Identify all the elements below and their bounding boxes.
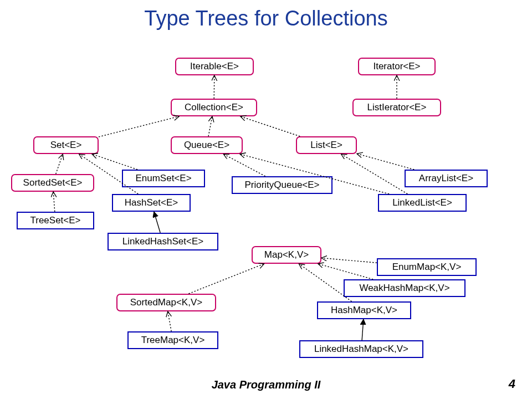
- node-treemap: TreeMap<K,V>: [127, 331, 218, 349]
- edge-set-to-collection: [99, 116, 179, 137]
- node-sortedset: SortedSet<E>: [11, 174, 94, 192]
- node-queue: Queue<E>: [171, 136, 243, 154]
- node-treeset: TreeSet<E>: [17, 212, 94, 229]
- node-listiterator: ListIerator<E>: [352, 99, 441, 116]
- slide-title: Type Trees for Collections: [0, 7, 532, 30]
- edge-sortedmap-to-map: [188, 264, 264, 294]
- edge-linkedhashset-to-hashset: [154, 212, 160, 233]
- slide-number: 4: [509, 377, 515, 391]
- node-map: Map<K,V>: [252, 246, 321, 264]
- node-collection: Collection<E>: [171, 99, 257, 116]
- node-iterator: Iterator<E>: [358, 58, 436, 75]
- edge-treemap-to-sortedmap: [168, 311, 171, 331]
- edge-linkedlist-to-list: [341, 154, 408, 194]
- node-linkedhashmap: LinkedHashMap<K,V>: [299, 340, 423, 358]
- edge-priorityqueue-to-queue: [223, 154, 265, 176]
- node-priorityqueue: PriorityQueue<E>: [232, 176, 332, 194]
- node-weakhashmap: WeakHashMap<K,V>: [344, 279, 466, 297]
- edge-enummap-to-map: [321, 258, 377, 263]
- node-hashmap: HashMap<K,V>: [317, 301, 411, 319]
- node-linkedlist: LinkedList<E>: [378, 194, 467, 212]
- edge-list-to-collection: [241, 116, 300, 136]
- edge-collection-to-iterable: [214, 75, 214, 99]
- edge-enumset-to-set: [92, 154, 137, 170]
- node-hashset: HashSet<E>: [112, 194, 191, 212]
- edge-linkedhashmap-to-hashmap: [362, 319, 364, 340]
- edge-queue-to-collection: [208, 116, 212, 136]
- node-set: Set<E>: [33, 136, 99, 154]
- node-sortedmap: SortedMap<K,V>: [116, 294, 216, 311]
- node-enumset: EnumSet<E>: [122, 170, 205, 187]
- footer-course: Java Programming II: [0, 378, 532, 391]
- node-iterable: Iterable<E>: [175, 58, 254, 75]
- edge-weakhashmap-to-map: [318, 264, 373, 279]
- node-enummap: EnumMap<K,V>: [377, 258, 477, 276]
- node-list: List<E>: [296, 136, 357, 154]
- edge-treeset-to-sortedset: [53, 192, 55, 212]
- edge-sortedset-to-set: [56, 154, 63, 174]
- node-linkedhashset: LinkedHashSet<E>: [108, 233, 218, 250]
- edge-arraylist-to-list: [357, 154, 414, 170]
- node-arraylist: ArrayList<E>: [405, 170, 488, 187]
